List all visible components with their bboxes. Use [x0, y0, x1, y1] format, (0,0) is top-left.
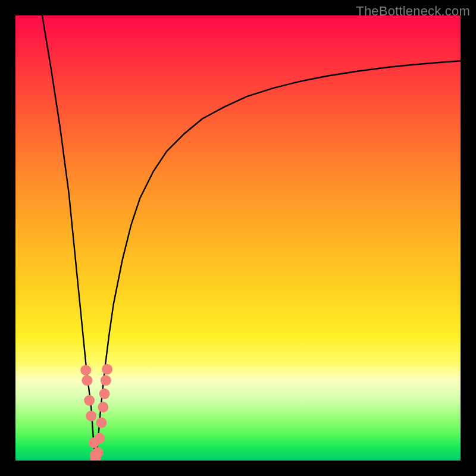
chart-frame: TheBottleneck.com — [0, 0, 476, 476]
highlight-dot — [80, 365, 91, 375]
highlight-dot — [94, 433, 105, 444]
highlight-dots — [80, 364, 112, 461]
highlight-dot — [98, 402, 108, 412]
plot-area — [15, 15, 461, 461]
highlight-dot — [84, 395, 95, 406]
highlight-dot — [92, 447, 103, 458]
highlight-dot — [99, 389, 110, 399]
highlight-dot — [96, 417, 107, 428]
curve-layer — [15, 15, 461, 461]
highlight-dot — [86, 411, 96, 421]
highlight-dot — [82, 375, 92, 386]
watermark-text: TheBottleneck.com — [356, 4, 470, 19]
highlight-dot — [102, 364, 112, 375]
highlight-dot — [101, 375, 111, 386]
